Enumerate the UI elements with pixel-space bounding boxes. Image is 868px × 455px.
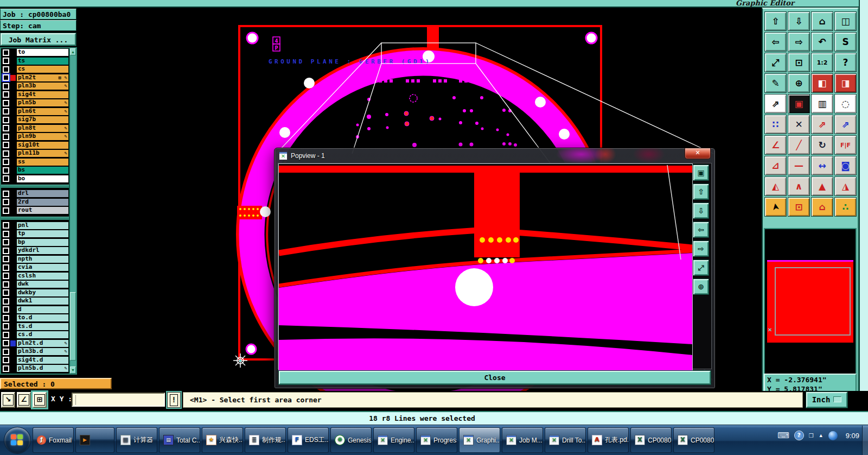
layer-row[interactable]: bp✎⊞ xyxy=(1,238,69,247)
layer-name[interactable]: ts.d✎⊞ xyxy=(16,323,69,331)
layer-list[interactable]: to✎⊞ ts✎⊞ cs✎⊞ pln2t✎⊞ xyxy=(0,47,77,375)
layer-row[interactable]: ydkdrl✎⊞ xyxy=(1,247,69,255)
layer-row[interactable]: ss✎⊞ xyxy=(1,158,69,167)
help-button[interactable]: ? xyxy=(834,53,857,72)
arc-select1-button[interactable]: ◭ xyxy=(764,176,787,196)
layer-row[interactable]: rout✎⊞ xyxy=(1,206,69,215)
layer-name[interactable]: pln5b✎⊞ xyxy=(16,99,69,107)
layer-checkbox[interactable] xyxy=(3,273,9,279)
layer-row[interactable]: pln11b✎⊞ xyxy=(1,149,69,158)
layer-name[interactable]: to✎⊞ xyxy=(16,48,69,56)
layer-row[interactable]: sig4t.d✎⊞ xyxy=(1,356,69,365)
layer-name[interactable]: sig4t✎⊞ xyxy=(16,91,69,99)
zoom-ratio-button[interactable]: 1:2 xyxy=(811,53,833,72)
layer-name[interactable]: ts✎⊞ xyxy=(16,57,69,65)
layer-name[interactable]: pln3b✎⊞ xyxy=(16,82,69,90)
pan-right-button[interactable]: ⇨ xyxy=(788,32,810,52)
layer-row[interactable]: to.d✎⊞ xyxy=(1,314,69,323)
layer-name[interactable]: ydkdrl✎⊞ xyxy=(16,247,69,255)
layer-row[interactable]: drl✎⊞ xyxy=(1,189,69,198)
popview-titlebar[interactable]: ✕ Popview - 1 xyxy=(279,151,325,161)
popview-pan-left-button[interactable]: ⇦ xyxy=(693,222,709,238)
layer-checkbox[interactable] xyxy=(3,256,9,262)
layer-name[interactable]: bs✎⊞ xyxy=(16,166,69,174)
scroll-down-icon[interactable]: ▼ xyxy=(70,366,76,374)
layer-name[interactable]: pln9b✎⊞ xyxy=(16,132,69,141)
layer-checkbox[interactable] xyxy=(3,125,9,131)
network-icon[interactable] xyxy=(828,431,838,440)
layer-name[interactable]: pln11b✎⊞ xyxy=(16,149,69,157)
layer-row[interactable]: dwk1✎⊞ xyxy=(1,297,69,306)
layer-name[interactable]: npth✎⊞ xyxy=(16,255,69,263)
task-drill-tool[interactable]: Drill To... xyxy=(545,427,586,453)
help-icon[interactable]: ? xyxy=(794,431,804,440)
layer-name[interactable]: bo✎⊞ xyxy=(16,175,69,183)
corner-mode-button[interactable]: ↘ xyxy=(1,392,15,408)
popview-pan-down-button[interactable]: ⇩ xyxy=(693,203,709,219)
layer-name[interactable]: pln5b.d✎⊞ xyxy=(16,364,69,372)
task-cp0080-2[interactable]: CP0080... xyxy=(673,427,714,453)
popview-canvas[interactable] xyxy=(278,163,693,372)
layer-checkbox[interactable] xyxy=(3,289,9,296)
pan-left-button[interactable]: ⇦ xyxy=(764,32,787,52)
layer-row[interactable]: cs.d✎⊞ xyxy=(1,331,69,339)
layer-row[interactable]: d✎⊞ xyxy=(1,306,69,314)
layer-row[interactable]: pln2t.d✎⊞ xyxy=(1,339,69,348)
scroll-up-icon[interactable]: ▲ xyxy=(70,48,76,55)
grid-snap-button[interactable]: ⊞ xyxy=(33,392,47,408)
rotate-angle-button[interactable]: ∠ xyxy=(764,135,787,155)
layer-name[interactable]: pln3b.d✎⊞ xyxy=(16,347,69,356)
layer-checkbox[interactable] xyxy=(3,159,9,165)
task-cp0080-1[interactable]: CP0080... xyxy=(630,427,672,453)
layer-row[interactable]: pln5b.d✎⊞ xyxy=(1,364,69,373)
layer-row[interactable]: tp✎⊞ xyxy=(1,230,69,238)
layer-row[interactable]: pln2t✎⊞ xyxy=(1,74,69,83)
layer-checkbox[interactable] xyxy=(3,332,9,338)
window-restore-icon[interactable]: ❐ xyxy=(809,433,814,439)
snap-target-button[interactable]: ⊕ xyxy=(788,73,810,93)
layer-checkbox[interactable] xyxy=(3,239,9,245)
tray-expand-icon[interactable]: ▲ xyxy=(819,433,824,438)
task-foxmail[interactable]: Foxmail xyxy=(33,427,74,453)
display-config1-button[interactable]: ◧ xyxy=(811,73,833,93)
select-profile-button[interactable]: ⌂ xyxy=(811,197,833,217)
task-xingsen[interactable]: 兴森快... xyxy=(202,427,243,453)
display-config2-button[interactable]: ◨ xyxy=(834,73,857,93)
layer-checkbox[interactable] xyxy=(3,264,9,271)
layer-checkbox[interactable] xyxy=(3,357,9,363)
resize-button[interactable]: ⊿ xyxy=(764,156,787,175)
layer-checkbox[interactable] xyxy=(3,58,9,64)
layer-name[interactable]: sig10t✎⊞ xyxy=(16,141,69,149)
layer-name[interactable]: drl✎⊞ xyxy=(16,189,69,198)
start-button[interactable] xyxy=(4,427,31,454)
layer-checkbox[interactable] xyxy=(3,117,9,123)
zoom-fit-button[interactable]: ⤢ xyxy=(764,53,787,72)
layer-checkbox[interactable] xyxy=(3,191,9,197)
layer-row[interactable]: sig7b✎⊞ xyxy=(1,116,69,124)
net-list-button[interactable]: ∷ xyxy=(764,115,787,134)
layer-checkbox[interactable] xyxy=(3,134,9,140)
layer-checkbox[interactable] xyxy=(3,83,9,90)
layer-checkbox[interactable] xyxy=(3,49,9,56)
layer-name[interactable]: dwk✎⊞ xyxy=(16,280,69,288)
copy-move-button[interactable]: ⇗ xyxy=(764,94,787,113)
copy-to-layer-button[interactable]: ⇗ xyxy=(811,115,833,134)
layer-checkbox[interactable] xyxy=(3,349,9,355)
delete-button[interactable]: ✕ xyxy=(788,115,810,134)
layer-row[interactable]: pln9b✎⊞ xyxy=(1,132,69,141)
job-matrix-button[interactable]: Job Matrix ... xyxy=(1,33,76,46)
layer-row[interactable]: pln6t✎⊞ xyxy=(1,108,69,116)
layer-row[interactable]: bo✎⊞ xyxy=(1,175,69,184)
layer-name[interactable]: pnl✎⊞ xyxy=(16,222,69,230)
popview-zoom-fit-button[interactable]: ⤢ xyxy=(693,260,709,276)
layer-checkbox[interactable] xyxy=(3,175,9,182)
redraw-button[interactable]: S xyxy=(834,32,857,52)
split-window-button[interactable]: ◫ xyxy=(834,11,857,31)
copy-layers-button[interactable]: ▣ xyxy=(788,94,810,113)
layer-row[interactable]: dwk✎⊞ xyxy=(1,280,69,289)
pan-up-button[interactable]: ⇧ xyxy=(764,11,787,31)
layer-checkbox[interactable] xyxy=(3,167,9,174)
layer-name[interactable]: bp✎⊞ xyxy=(16,238,69,247)
layer-checkbox[interactable] xyxy=(3,306,9,313)
layer-row[interactable]: pln6t.d✎⊞ xyxy=(1,373,69,374)
